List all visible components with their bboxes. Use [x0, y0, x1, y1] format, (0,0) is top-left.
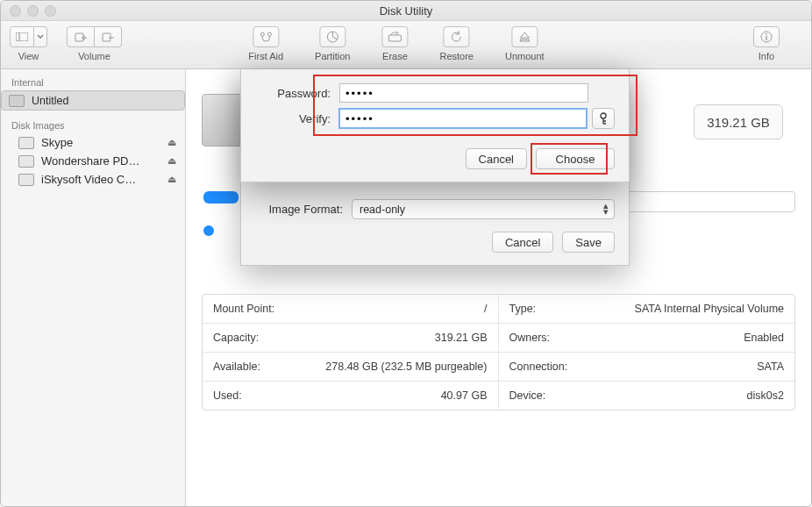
tool-label-view: View	[18, 51, 39, 61]
sidebar-header-internal: Internal	[1, 75, 185, 90]
sidebar-item-label: Untitled	[32, 95, 68, 107]
svg-point-8	[267, 32, 271, 36]
svg-rect-12	[388, 35, 401, 41]
pw-choose-button[interactable]: Choose	[536, 148, 615, 169]
eject-icon[interactable]: ⏏	[167, 155, 176, 167]
info-capacity: Capacity:319.21 GB	[203, 324, 499, 353]
volume-info-table: Mount Point:/ Type:SATA Internal Physica…	[202, 294, 795, 411]
image-format-value: read-only	[360, 204, 405, 216]
diskimage-icon	[18, 137, 34, 149]
disk-icon	[9, 95, 25, 107]
eject-icon	[519, 32, 530, 42]
toolbar: View Volume First Aid Partition Erase Re…	[1, 21, 811, 69]
sidebar: Internal Untitled Disk Images Skype ⏏ Wo…	[1, 69, 186, 507]
svg-marker-13	[520, 32, 529, 38]
tool-label-first-aid: First Aid	[248, 51, 283, 61]
volume-remove-icon	[102, 32, 114, 42]
tool-label-info: Info	[759, 51, 774, 61]
partition-button[interactable]	[319, 26, 345, 47]
info-connection: Connection:SATA	[499, 353, 795, 382]
volume-remove-button[interactable]	[95, 26, 122, 47]
volume-add-icon	[75, 32, 87, 42]
tool-view: View	[10, 26, 47, 61]
verify-input[interactable]	[339, 109, 587, 128]
restore-button[interactable]	[444, 26, 470, 47]
sidebar-item-label: Skype	[41, 136, 73, 149]
pie-icon	[326, 31, 338, 43]
diskimage-icon	[18, 155, 34, 168]
verify-label: Verify:	[255, 112, 331, 125]
eject-icon[interactable]: ⏏	[167, 174, 176, 185]
info-used: Used:40.97 GB	[203, 382, 499, 410]
usage-pill-blue	[203, 191, 239, 204]
diskimage-icon	[18, 174, 34, 186]
body: Internal Untitled Disk Images Skype ⏏ Wo…	[1, 69, 811, 507]
button-label: Save	[575, 236, 602, 249]
image-format-label: Image Format:	[255, 203, 343, 216]
view-sidebar-button[interactable]	[10, 26, 34, 47]
size-badge: 319.21 GB	[694, 104, 783, 139]
button-label: Cancel	[479, 153, 514, 166]
sheet-cancel-button[interactable]: Cancel	[492, 232, 553, 253]
legend-dot-blue	[203, 225, 214, 236]
window-title: Disk Utility	[1, 4, 811, 18]
erase-icon	[388, 32, 402, 42]
tool-label-restore: Restore	[439, 51, 474, 61]
tool-label-volume: Volume	[78, 51, 110, 61]
button-label: Choose	[556, 153, 595, 166]
titlebar: Disk Utility	[1, 1, 811, 21]
tool-label-unmount: Unmount	[505, 51, 545, 61]
restore-icon	[451, 31, 463, 43]
info-type: Type:SATA Internal Physical Volume	[499, 295, 795, 324]
first-aid-button[interactable]	[253, 26, 279, 47]
unmount-button[interactable]	[511, 26, 538, 47]
tool-info: Info	[753, 26, 780, 61]
updown-icon: ▴▾	[603, 203, 609, 215]
svg-line-11	[332, 37, 337, 39]
info-device: Device:disk0s2	[499, 382, 795, 410]
info-mount-point: Mount Point:/	[203, 295, 499, 324]
info-icon	[760, 31, 773, 43]
sidebar-item-untitled[interactable]: Untitled	[1, 90, 185, 111]
button-label: Cancel	[505, 236, 540, 249]
info-available: Available:278.48 GB (232.5 MB purgeable)	[203, 353, 499, 382]
sidebar-item-iskysoft[interactable]: iSkysoft Video C… ⏏	[1, 170, 185, 189]
disk-utility-window: Disk Utility View	[0, 0, 812, 507]
toolbar-center: First Aid Partition Erase Restore Unmoun…	[248, 26, 563, 61]
sidebar-header-disk-images: Disk Images	[1, 118, 185, 133]
svg-rect-0	[16, 32, 28, 41]
password-assistant-button[interactable]	[592, 108, 615, 129]
sidebar-icon	[16, 32, 28, 41]
stethoscope-icon	[259, 31, 273, 43]
size-badge-value: 319.21 GB	[707, 115, 770, 130]
image-format-select[interactable]: read-only ▴▾	[352, 199, 615, 219]
key-icon	[598, 112, 609, 125]
sidebar-item-label: iSkysoft Video C…	[41, 173, 136, 186]
sidebar-item-skype[interactable]: Skype ⏏	[1, 133, 185, 152]
volume-add-button[interactable]	[67, 26, 95, 47]
sheet-save-button[interactable]: Save	[562, 232, 615, 253]
chevron-down-icon	[37, 34, 44, 39]
sidebar-item-label: Wondershare PD…	[41, 154, 139, 168]
info-owners: Owners:Enabled	[499, 324, 795, 353]
erase-button[interactable]	[381, 26, 408, 47]
eject-icon[interactable]: ⏏	[167, 137, 176, 148]
pw-cancel-button[interactable]: Cancel	[466, 148, 527, 169]
tool-label-partition: Partition	[315, 51, 350, 61]
svg-point-18	[601, 113, 606, 118]
sidebar-item-wondershare[interactable]: Wondershare PD… ⏏	[1, 152, 185, 170]
password-label: Password:	[255, 87, 331, 100]
main-pane: d) 319.21 GB Image Format: read-only ▴▾ …	[186, 69, 811, 507]
svg-point-16	[766, 33, 767, 35]
password-sheet: Password: Verify: Cancel Choose	[240, 69, 630, 182]
svg-point-7	[260, 32, 264, 36]
view-dropdown[interactable]	[34, 26, 47, 47]
svg-rect-14	[520, 39, 529, 41]
password-input[interactable]	[339, 83, 588, 103]
tool-label-erase: Erase	[382, 51, 408, 61]
tool-volume: Volume	[67, 26, 122, 61]
info-button[interactable]	[753, 26, 780, 47]
